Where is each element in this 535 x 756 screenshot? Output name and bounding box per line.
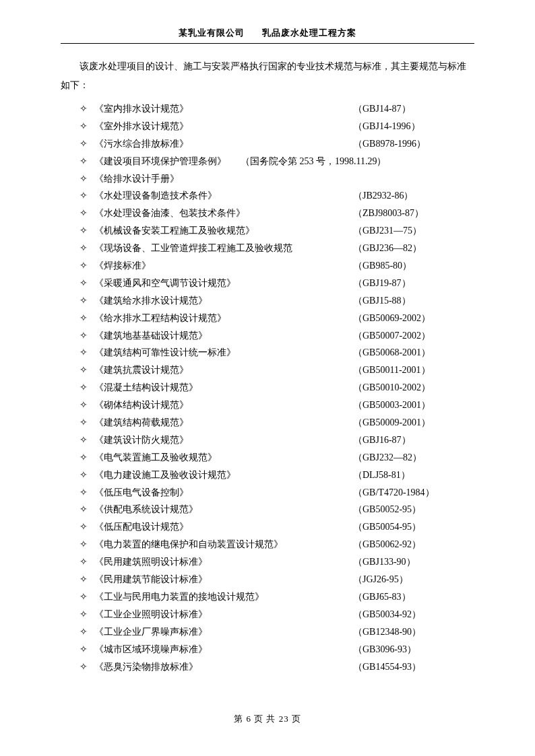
list-item: ✧《建筑设计防火规范》（GBJ16-87） — [61, 432, 474, 449]
diamond-bullet-icon: ✧ — [80, 362, 94, 379]
standard-code: （GB50052-95） — [353, 501, 474, 518]
standard-code: （GB50010-2002） — [353, 379, 474, 397]
standard-code: （GBJ15-88） — [353, 292, 474, 310]
standard-code: （GB3096-93） — [353, 641, 474, 658]
standard-code: （GBJ14-1996） — [353, 118, 474, 135]
standard-title: 《电气装置施工及验收规范》 — [94, 449, 217, 467]
standard-code: （GB14554-93） — [353, 658, 474, 676]
standard-title: 《采暖通风和空气调节设计规范》 — [94, 275, 236, 292]
header-left: 某乳业有限公司 — [179, 28, 245, 38]
standard-code: （GBJ232—82） — [353, 449, 474, 467]
diamond-bullet-icon: ✧ — [80, 449, 94, 467]
standard-title: 《供配电系统设计规范》 — [94, 501, 198, 518]
list-item: ✧《工业企业厂界噪声标准》（GB12348-90） — [61, 623, 474, 641]
standard-title: 《污水综合排放标准》 — [94, 135, 189, 153]
standard-title: 《给排水设计手册》 — [94, 170, 179, 188]
list-item: ✧《采暖通风和空气调节设计规范》（GBJ19-87） — [61, 275, 474, 292]
standard-title: 《低压电气设备控制》 — [94, 484, 189, 502]
diamond-bullet-icon: ✧ — [80, 379, 94, 397]
diamond-bullet-icon: ✧ — [80, 100, 94, 118]
list-item: ✧《电力装置的继电保护和自动装置设计规范》（GB50062-92） — [61, 536, 474, 553]
standard-title: 《低压配电设计规范》 — [94, 518, 189, 536]
diamond-bullet-icon: ✧ — [80, 257, 94, 275]
standard-code: （GBJ19-87） — [353, 275, 474, 292]
standard-title: 《电力建设施工及验收设计规范》 — [94, 467, 236, 484]
diamond-bullet-icon: ✧ — [80, 205, 94, 222]
standard-title: 《建筑结构可靠性设计统一标准》 — [94, 344, 236, 362]
footer-page-num: 6 — [246, 714, 251, 724]
diamond-bullet-icon: ✧ — [80, 222, 94, 240]
diamond-bullet-icon: ✧ — [80, 310, 94, 327]
standard-title: 《电力装置的继电保护和自动装置设计规范》 — [94, 536, 283, 553]
diamond-bullet-icon: ✧ — [80, 588, 94, 606]
diamond-bullet-icon: ✧ — [80, 623, 94, 641]
intro-paragraph: 该废水处理项目的设计、施工与安装严格执行国家的专业技术规范与标准，其主要规范与标… — [61, 57, 474, 95]
diamond-bullet-icon: ✧ — [80, 641, 94, 658]
standards-list: ✧《室内排水设计规范》（GBJ14-87）✧《室外排水设计规范》（GBJ14-1… — [61, 100, 474, 675]
diamond-bullet-icon: ✧ — [80, 606, 94, 623]
diamond-bullet-icon: ✧ — [80, 518, 94, 536]
standard-code: （GBJ65-83） — [353, 588, 474, 606]
list-item: ✧《水处理设备制造技术条件》（JB2932-86） — [61, 187, 474, 205]
page: 某乳业有限公司 乳品废水处理工程方案 该废水处理项目的设计、施工与安装严格执行国… — [0, 0, 535, 675]
diamond-bullet-icon: ✧ — [80, 187, 94, 205]
diamond-bullet-icon: ✧ — [80, 327, 94, 345]
standard-code: （GB50007-2002） — [353, 327, 474, 345]
standard-title: 《建筑地基基础设计规范》 — [94, 327, 208, 345]
list-item: ✧《民用建筑节能设计标准》（JGJ26-95） — [61, 571, 474, 588]
standard-code: （JB2932-86） — [353, 187, 474, 205]
standard-title: 《建筑结构荷载规范》 — [94, 414, 189, 432]
header-right: 乳品废水处理工程方案 — [262, 28, 356, 38]
diamond-bullet-icon: ✧ — [80, 153, 94, 170]
standard-code: （GBJ14-87） — [353, 100, 474, 118]
standard-code: （GB50009-2001） — [353, 414, 474, 432]
list-item: ✧《混凝土结构设计规范》（GB50010-2002） — [61, 379, 474, 397]
list-item: ✧《砌体结构设计规范》（GB50003-2001） — [61, 397, 474, 414]
standard-title: 《建设项目环境保护管理条例》 — [94, 153, 226, 170]
diamond-bullet-icon: ✧ — [80, 397, 94, 414]
standard-title: 《建筑给水排水设计规范》 — [94, 292, 208, 310]
standard-title: 《砌体结构设计规范》 — [94, 397, 189, 414]
standard-title: 《室内排水设计规范》 — [94, 100, 189, 118]
list-item: ✧《民用建筑照明设计标准》（GBJ133-90） — [61, 553, 474, 571]
standard-title: 《工业企业照明设计标准》 — [94, 606, 208, 623]
diamond-bullet-icon: ✧ — [80, 275, 94, 292]
list-item: ✧《建筑结构荷载规范》（GB50009-2001） — [61, 414, 474, 432]
standard-code: （GB50003-2001） — [353, 397, 474, 414]
diamond-bullet-icon: ✧ — [80, 536, 94, 553]
standard-code: （JGJ26-95） — [353, 571, 474, 588]
list-item: ✧《电力建设施工及验收设计规范》（DLJ58-81） — [61, 467, 474, 484]
standard-title: 《室外排水设计规范》 — [94, 118, 189, 135]
standard-title: 《工业与民用电力装置的接地设计规范》 — [94, 588, 264, 606]
standard-title: 《焊接标准》 — [94, 257, 151, 275]
standard-code: （GB50069-2002） — [353, 310, 474, 327]
footer-mid: 页 共 — [254, 714, 276, 724]
list-item: ✧《室外排水设计规范》（GBJ14-1996） — [61, 118, 474, 135]
page-footer: 第 6 页 共 23 页 — [0, 713, 535, 725]
list-item: ✧《城市区域环境噪声标准》（GB3096-93） — [61, 641, 474, 658]
footer-prefix: 第 — [234, 714, 243, 724]
diamond-bullet-icon: ✧ — [80, 432, 94, 449]
list-item: ✧《供配电系统设计规范》（GB50052-95） — [61, 501, 474, 518]
list-item: ✧《低压配电设计规范》（GB50054-95） — [61, 518, 474, 536]
standard-title: 《水处理设备制造技术条件》 — [94, 187, 217, 205]
diamond-bullet-icon: ✧ — [80, 484, 94, 502]
standard-code: （ZBJ98003-87） — [353, 205, 474, 222]
standard-code: （GBJ16-87） — [353, 432, 474, 449]
standard-title: 《水处理设备油漆、包装技术条件》 — [94, 205, 245, 222]
standard-code: （GB12348-90） — [353, 623, 474, 641]
footer-suffix: 页 — [292, 714, 301, 724]
list-item: ✧《机械设备安装工程施工及验收规范》（GBJ231—75） — [61, 222, 474, 240]
standard-title: 《建筑设计防火规范》 — [94, 432, 189, 449]
standard-code: （GB50054-95） — [353, 518, 474, 536]
standard-code: （国务院令第 253 号，1998.11.29） — [241, 153, 386, 170]
standard-code: （DLJ58-81） — [353, 467, 474, 484]
diamond-bullet-icon: ✧ — [80, 501, 94, 518]
standard-code: （GB50011-2001） — [353, 362, 474, 379]
list-item: ✧《建设项目环境保护管理条例》（国务院令第 253 号，1998.11.29） — [61, 153, 474, 170]
standard-code: （GB8978-1996） — [353, 135, 474, 153]
list-item: ✧《给排水设计手册》 — [61, 170, 474, 188]
diamond-bullet-icon: ✧ — [80, 135, 94, 153]
list-item: ✧《电气装置施工及验收规范》（GBJ232—82） — [61, 449, 474, 467]
standard-title: 《工业企业厂界噪声标准》 — [94, 623, 208, 641]
